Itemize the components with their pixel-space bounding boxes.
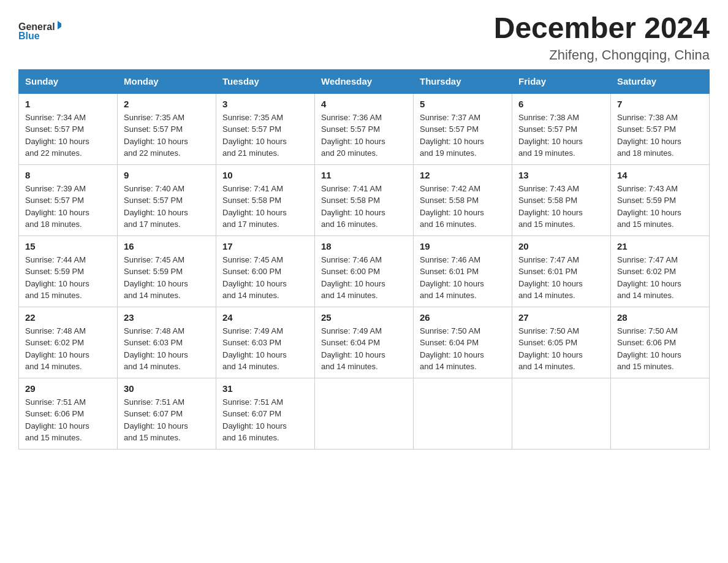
day-info: Sunrise: 7:51 AMSunset: 6:07 PMDaylight:… xyxy=(124,396,210,444)
calendar-cell: 28Sunrise: 7:50 AMSunset: 6:06 PMDayligh… xyxy=(611,307,710,378)
day-info: Sunrise: 7:51 AMSunset: 6:06 PMDaylight:… xyxy=(25,396,111,444)
calendar-cell: 22Sunrise: 7:48 AMSunset: 6:02 PMDayligh… xyxy=(19,307,118,378)
weekday-header-thursday: Thursday xyxy=(414,69,512,93)
day-info: Sunrise: 7:34 AMSunset: 5:57 PMDaylight:… xyxy=(25,112,111,159)
weekday-header-tuesday: Tuesday xyxy=(216,69,315,93)
calendar-cell: 29Sunrise: 7:51 AMSunset: 6:06 PMDayligh… xyxy=(19,378,118,449)
day-number: 3 xyxy=(222,99,308,109)
calendar-cell: 5Sunrise: 7:37 AMSunset: 5:57 PMDaylight… xyxy=(414,93,512,165)
calendar-cell: 26Sunrise: 7:50 AMSunset: 6:04 PMDayligh… xyxy=(414,307,512,378)
calendar-week-row-2: 8Sunrise: 7:39 AMSunset: 5:57 PMDaylight… xyxy=(19,164,710,236)
day-info: Sunrise: 7:38 AMSunset: 5:57 PMDaylight:… xyxy=(617,112,703,159)
day-info: Sunrise: 7:50 AMSunset: 6:05 PMDaylight:… xyxy=(518,325,604,373)
day-number: 7 xyxy=(617,99,703,109)
location-subtitle: Zhifeng, Chongqing, China xyxy=(494,47,710,63)
day-number: 6 xyxy=(518,99,604,109)
day-number: 22 xyxy=(25,312,111,323)
calendar-cell: 27Sunrise: 7:50 AMSunset: 6:05 PMDayligh… xyxy=(512,307,611,378)
calendar-cell: 8Sunrise: 7:39 AMSunset: 5:57 PMDaylight… xyxy=(19,164,118,236)
calendar-cell: 16Sunrise: 7:45 AMSunset: 5:59 PMDayligh… xyxy=(118,236,216,307)
day-info: Sunrise: 7:50 AMSunset: 6:06 PMDaylight:… xyxy=(617,325,703,373)
calendar-cell: 25Sunrise: 7:49 AMSunset: 6:04 PMDayligh… xyxy=(315,307,414,378)
calendar-table: SundayMondayTuesdayWednesdayThursdayFrid… xyxy=(18,69,710,450)
day-number: 30 xyxy=(124,383,210,394)
calendar-cell: 14Sunrise: 7:43 AMSunset: 5:59 PMDayligh… xyxy=(611,164,710,236)
calendar-week-row-3: 15Sunrise: 7:44 AMSunset: 5:59 PMDayligh… xyxy=(19,236,710,307)
day-info: Sunrise: 7:41 AMSunset: 5:58 PMDaylight:… xyxy=(222,183,308,231)
calendar-cell: 31Sunrise: 7:51 AMSunset: 6:07 PMDayligh… xyxy=(216,378,315,449)
calendar-week-row-1: 1Sunrise: 7:34 AMSunset: 5:57 PMDaylight… xyxy=(19,93,710,165)
calendar-cell: 7Sunrise: 7:38 AMSunset: 5:57 PMDaylight… xyxy=(611,93,710,165)
day-info: Sunrise: 7:43 AMSunset: 5:59 PMDaylight:… xyxy=(617,183,703,231)
day-info: Sunrise: 7:35 AMSunset: 5:57 PMDaylight:… xyxy=(222,112,308,159)
day-number: 9 xyxy=(124,170,210,180)
logo-svg: General Blue xyxy=(18,12,61,49)
calendar-cell: 11Sunrise: 7:41 AMSunset: 5:58 PMDayligh… xyxy=(315,164,414,236)
day-number: 26 xyxy=(420,312,506,323)
calendar-cell: 6Sunrise: 7:38 AMSunset: 5:57 PMDaylight… xyxy=(512,93,611,165)
day-number: 24 xyxy=(222,312,308,323)
day-info: Sunrise: 7:41 AMSunset: 5:58 PMDaylight:… xyxy=(321,183,407,231)
calendar-cell: 21Sunrise: 7:47 AMSunset: 6:02 PMDayligh… xyxy=(611,236,710,307)
day-number: 10 xyxy=(222,170,308,180)
calendar-cell: 18Sunrise: 7:46 AMSunset: 6:00 PMDayligh… xyxy=(315,236,414,307)
calendar-title-area: December 2024 Zhifeng, Chongqing, China xyxy=(494,12,710,63)
day-info: Sunrise: 7:51 AMSunset: 6:07 PMDaylight:… xyxy=(222,396,308,444)
calendar-cell: 13Sunrise: 7:43 AMSunset: 5:58 PMDayligh… xyxy=(512,164,611,236)
svg-marker-1 xyxy=(58,21,61,29)
day-info: Sunrise: 7:44 AMSunset: 5:59 PMDaylight:… xyxy=(25,254,111,302)
day-number: 31 xyxy=(222,383,308,394)
day-info: Sunrise: 7:38 AMSunset: 5:57 PMDaylight:… xyxy=(518,112,604,159)
day-info: Sunrise: 7:35 AMSunset: 5:57 PMDaylight:… xyxy=(124,112,210,159)
calendar-cell: 30Sunrise: 7:51 AMSunset: 6:07 PMDayligh… xyxy=(118,378,216,449)
calendar-cell: 4Sunrise: 7:36 AMSunset: 5:57 PMDaylight… xyxy=(315,93,414,165)
day-number: 28 xyxy=(617,312,703,323)
day-info: Sunrise: 7:36 AMSunset: 5:57 PMDaylight:… xyxy=(321,112,407,159)
day-number: 20 xyxy=(518,241,604,251)
day-info: Sunrise: 7:49 AMSunset: 6:04 PMDaylight:… xyxy=(321,325,407,373)
day-info: Sunrise: 7:48 AMSunset: 6:02 PMDaylight:… xyxy=(25,325,111,373)
day-info: Sunrise: 7:43 AMSunset: 5:58 PMDaylight:… xyxy=(518,183,604,231)
calendar-cell xyxy=(611,378,710,449)
day-info: Sunrise: 7:45 AMSunset: 5:59 PMDaylight:… xyxy=(124,254,210,302)
day-info: Sunrise: 7:39 AMSunset: 5:57 PMDaylight:… xyxy=(25,183,111,231)
day-number: 15 xyxy=(25,241,111,251)
calendar-cell: 1Sunrise: 7:34 AMSunset: 5:57 PMDaylight… xyxy=(19,93,118,165)
day-number: 23 xyxy=(124,312,210,323)
day-number: 21 xyxy=(617,241,703,251)
day-number: 1 xyxy=(25,99,111,109)
day-number: 14 xyxy=(617,170,703,180)
day-number: 2 xyxy=(124,99,210,109)
weekday-header-wednesday: Wednesday xyxy=(315,69,414,93)
calendar-cell: 9Sunrise: 7:40 AMSunset: 5:57 PMDaylight… xyxy=(118,164,216,236)
day-info: Sunrise: 7:46 AMSunset: 6:01 PMDaylight:… xyxy=(420,254,506,302)
day-info: Sunrise: 7:48 AMSunset: 6:03 PMDaylight:… xyxy=(124,325,210,373)
logo: General Blue xyxy=(18,12,61,49)
calendar-cell: 17Sunrise: 7:45 AMSunset: 6:00 PMDayligh… xyxy=(216,236,315,307)
day-number: 12 xyxy=(420,170,506,180)
day-info: Sunrise: 7:47 AMSunset: 6:02 PMDaylight:… xyxy=(617,254,703,302)
weekday-header-monday: Monday xyxy=(118,69,216,93)
calendar-cell: 20Sunrise: 7:47 AMSunset: 6:01 PMDayligh… xyxy=(512,236,611,307)
day-number: 27 xyxy=(518,312,604,323)
weekday-header-friday: Friday xyxy=(512,69,611,93)
day-number: 19 xyxy=(420,241,506,251)
calendar-cell: 2Sunrise: 7:35 AMSunset: 5:57 PMDaylight… xyxy=(118,93,216,165)
day-number: 25 xyxy=(321,312,407,323)
svg-text:Blue: Blue xyxy=(18,31,40,41)
calendar-cell: 15Sunrise: 7:44 AMSunset: 5:59 PMDayligh… xyxy=(19,236,118,307)
day-info: Sunrise: 7:37 AMSunset: 5:57 PMDaylight:… xyxy=(420,112,506,159)
calendar-cell xyxy=(414,378,512,449)
day-number: 11 xyxy=(321,170,407,180)
day-info: Sunrise: 7:42 AMSunset: 5:58 PMDaylight:… xyxy=(420,183,506,231)
month-year-title: December 2024 xyxy=(494,12,710,45)
calendar-cell: 3Sunrise: 7:35 AMSunset: 5:57 PMDaylight… xyxy=(216,93,315,165)
day-info: Sunrise: 7:50 AMSunset: 6:04 PMDaylight:… xyxy=(420,325,506,373)
day-info: Sunrise: 7:46 AMSunset: 6:00 PMDaylight:… xyxy=(321,254,407,302)
day-number: 5 xyxy=(420,99,506,109)
calendar-cell: 10Sunrise: 7:41 AMSunset: 5:58 PMDayligh… xyxy=(216,164,315,236)
day-number: 29 xyxy=(25,383,111,394)
calendar-cell: 19Sunrise: 7:46 AMSunset: 6:01 PMDayligh… xyxy=(414,236,512,307)
day-number: 4 xyxy=(321,99,407,109)
calendar-cell xyxy=(315,378,414,449)
